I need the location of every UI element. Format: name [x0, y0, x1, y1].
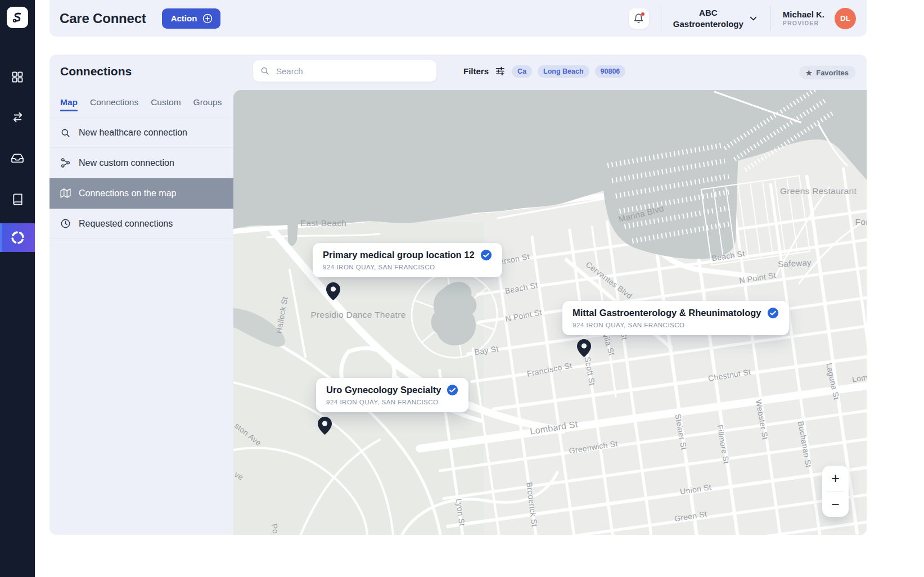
avatar[interactable]: DL	[835, 8, 856, 29]
organization-name-line1: ABC	[673, 7, 743, 19]
action-button[interactable]: Action	[162, 8, 221, 29]
menu-item-requested-connections[interactable]: Requested connections	[49, 209, 233, 239]
location-pin-icon	[576, 339, 592, 358]
map-pin[interactable]	[317, 416, 332, 438]
sidebar-item-inbox[interactable]	[0, 146, 35, 170]
location-title: Mittal Gastroenterology & Rheunimatology	[573, 308, 761, 318]
action-button-label: Action	[171, 13, 197, 23]
search-input[interactable]	[276, 66, 430, 76]
app-logo[interactable]	[7, 7, 28, 28]
sidebar-item-connections-active[interactable]	[0, 223, 35, 252]
map-zoom-control: + −	[822, 466, 849, 517]
location-pin-icon	[317, 416, 332, 435]
map-pin[interactable]	[326, 282, 341, 303]
plus-circle-icon	[202, 13, 213, 24]
book-icon	[11, 193, 24, 206]
user-info: Michael K. PROVIDER	[783, 9, 824, 28]
organization-selector[interactable]: ABC Gastroenterology	[673, 7, 759, 29]
view-tabs: MapConnectionsCustomGroups	[60, 97, 222, 111]
location-title: Primary medical group location 12	[323, 250, 475, 260]
tab-connections[interactable]: Connections	[90, 97, 138, 111]
menu-item-connections-on-the-map[interactable]: Connections on the map	[49, 178, 233, 209]
map-pin[interactable]	[576, 339, 592, 360]
panel-title: Connections	[60, 65, 132, 78]
menu-item-label: New healthcare connection	[79, 128, 187, 138]
filters-toolbar: Filters CaLong Beach90806	[463, 64, 625, 78]
verified-badge-icon	[767, 307, 779, 319]
page-title: Care Connect	[60, 11, 146, 26]
menu-item-label: New custom connection	[79, 158, 174, 168]
location-pin-icon	[326, 282, 341, 301]
connections-panel: Connections Filters CaLong Beach90806 ★ …	[49, 55, 867, 535]
location-card-uro-gynecology-specialty[interactable]: Uro Gynecology Specialty924 IRON QUAY, S…	[316, 378, 468, 412]
tab-map[interactable]: Map	[60, 97, 78, 111]
location-title: Uro Gynecology Specialty	[326, 385, 441, 395]
location-address: 924 IRON QUAY, SAN FRANCISCO	[323, 264, 492, 271]
app-sidebar	[0, 0, 35, 577]
notifications-button[interactable]	[629, 8, 649, 29]
sidebar-item-dashboard[interactable]	[0, 65, 35, 89]
user-name: Michael K.	[783, 9, 824, 20]
care-connect-app: Care Connect Action ABC Gastroenterology	[0, 0, 924, 577]
organization-name-line2: Gastroenterology	[673, 19, 743, 30]
filter-chip-90806[interactable]: 90806	[595, 65, 626, 78]
logo-squiggle-icon	[10, 10, 25, 25]
map-icon	[60, 188, 71, 199]
dashboard-grid-icon	[11, 70, 24, 84]
location-card-mittal-gastroenterology-rheunimatology[interactable]: Mittal Gastroenterology & Rheunimatology…	[562, 301, 789, 335]
chevron-down-icon	[748, 13, 759, 24]
filter-chip-long-beach[interactable]: Long Beach	[538, 65, 589, 78]
location-address: 924 IRON QUAY, SAN FRANCISCO	[573, 322, 779, 328]
zoom-in-button[interactable]: +	[822, 466, 849, 491]
filter-chip-ca[interactable]: Ca	[512, 65, 532, 78]
menu-item-new-healthcare-connection[interactable]: New healthcare connection	[49, 118, 233, 148]
inbox-icon	[11, 151, 24, 165]
filter-chips: CaLong Beach90806	[512, 65, 625, 78]
sidebar-item-journal[interactable]	[0, 187, 35, 211]
search-icon	[260, 66, 270, 76]
location-card-primary-medical-group-location-12[interactable]: Primary medical group location 12924 IRO…	[313, 243, 502, 277]
tab-custom[interactable]: Custom	[151, 97, 181, 111]
share-network-icon	[60, 157, 71, 168]
sidebar-item-transfers[interactable]	[0, 105, 35, 129]
header-divider	[770, 6, 771, 31]
connections-menu: New healthcare connectionNew custom conn…	[49, 118, 233, 239]
transfer-arrows-icon	[11, 110, 25, 124]
connections-pinwheel-icon	[10, 230, 25, 245]
user-role: PROVIDER	[783, 20, 824, 28]
star-icon: ★	[806, 69, 813, 76]
filters-label[interactable]: Filters	[463, 66, 489, 76]
notification-dot	[641, 12, 644, 16]
menu-item-label: Requested connections	[79, 219, 173, 229]
menu-item-new-custom-connection[interactable]: New custom connection	[49, 148, 233, 178]
map-canvas[interactable]: East BeachMarina BlvdGreens RestaurantFo…	[233, 90, 867, 535]
favorites-label: Favorites	[816, 69, 849, 77]
search-icon	[60, 128, 71, 138]
top-header: Care Connect Action ABC Gastroenterology	[49, 0, 867, 37]
search-box	[253, 60, 436, 82]
header-right-group: ABC Gastroenterology Michael K. PROVIDER…	[629, 6, 856, 31]
location-address: 924 IRON QUAY, SAN FRANCISCO	[326, 399, 458, 405]
filter-sliders-icon[interactable]	[495, 66, 505, 76]
zoom-out-button[interactable]: −	[822, 492, 849, 517]
header-divider	[661, 6, 661, 31]
tab-groups[interactable]: Groups	[193, 97, 222, 111]
verified-badge-icon	[447, 384, 458, 396]
favorites-button[interactable]: ★ Favorites	[799, 66, 855, 79]
clock-icon	[60, 218, 71, 229]
verified-badge-icon	[480, 249, 492, 261]
menu-item-label: Connections on the map	[79, 188, 176, 199]
